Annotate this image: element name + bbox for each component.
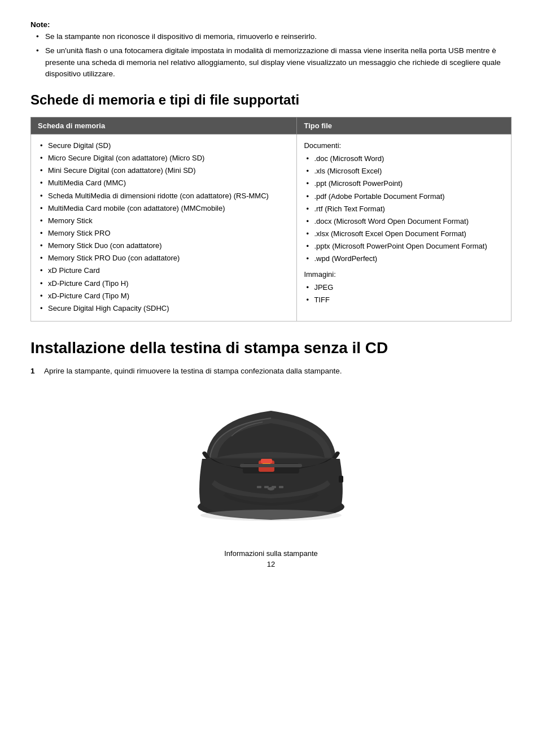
immagini-list: JPEG TIFF (304, 282, 504, 306)
memory-cards-cell: Secure Digital (SD) Micro Secure Digital… (31, 134, 297, 321)
note-item-2: Se un'unità flash o una fotocamera digit… (36, 45, 512, 80)
note-title: Note: (30, 20, 512, 29)
doc-8: .wpd (WordPerfect) (306, 253, 504, 264)
memory-card-11: xD-Picture Card (Tipo H) (40, 278, 290, 289)
svg-rect-9 (272, 486, 276, 488)
col-header-memory: Scheda di memoria (31, 118, 297, 134)
memory-card-1: Micro Secure Digital (con adattatore) (M… (40, 153, 290, 164)
svg-point-12 (200, 510, 342, 521)
doc-2: .ppt (Microsoft PowerPoint) (306, 178, 504, 189)
svg-rect-5 (240, 464, 302, 467)
memory-card-12: xD-Picture Card (Tipo M) (40, 290, 290, 302)
svg-rect-8 (264, 486, 269, 488)
step-1-number: 1 (30, 367, 40, 375)
memory-card-9: Memory Stick PRO Duo (con adattatore) (40, 253, 290, 264)
doc-0: .doc (Microsoft Word) (306, 153, 504, 164)
svg-rect-11 (339, 476, 343, 483)
img-1: TIFF (306, 294, 504, 306)
memory-table: Scheda di memoria Tipo file Secure Digit… (30, 117, 512, 321)
footer-page: 12 (30, 560, 512, 568)
doc-4: .rtf (Rich Text Format) (306, 203, 504, 215)
note-section: Note: Se la stampante non riconosce il d… (30, 20, 512, 80)
footer: Informazioni sulla stampante 12 (30, 549, 512, 568)
doc-6: .xlsx (Microsoft Excel Open Document For… (306, 228, 504, 240)
svg-rect-3 (261, 459, 272, 463)
memory-card-6: Memory Stick (40, 215, 290, 227)
memory-card-7: Memory Stick PRO (40, 228, 290, 239)
memory-card-0: Secure Digital (SD) (40, 140, 290, 151)
doc-5: .docx (Microsoft Word Open Document Form… (306, 216, 504, 227)
doc-1: .xls (Microsoft Excel) (306, 166, 504, 177)
memory-card-5: MultiMedia Card mobile (con adattatore) … (40, 203, 290, 214)
note-item-1: Se la stampante non riconosce il disposi… (36, 31, 512, 42)
footer-text: Informazioni sulla stampante (30, 549, 512, 558)
install-heading: Installazione della testina di stampa se… (30, 338, 512, 358)
printer-illustration (175, 385, 367, 532)
step-1: 1 Aprire la stampante, quindi rimuovere … (30, 367, 512, 375)
documenti-list: .doc (Microsoft Word) .xls (Microsoft Ex… (304, 153, 504, 264)
memory-cards-list: Secure Digital (SD) Micro Secure Digital… (38, 140, 290, 314)
immagini-label: Immagini: (304, 269, 504, 280)
install-section: Installazione della testina di stampa se… (30, 338, 512, 532)
doc-3: .pdf (Adobe Portable Document Format) (306, 191, 504, 202)
step-1-text: Aprire la stampante, quindi rimuovere la… (44, 367, 342, 375)
img-0: JPEG (306, 282, 504, 293)
memory-section: Schede di memoria e tipi di file support… (30, 92, 512, 321)
note-list: Se la stampante non riconosce il disposi… (30, 31, 512, 80)
memory-card-4: Scheda MultiMedia di dimensioni ridotte … (40, 190, 290, 202)
memory-card-8: Memory Stick Duo (con adattatore) (40, 240, 290, 251)
svg-rect-7 (257, 486, 261, 488)
memory-section-heading: Schede di memoria e tipi di file support… (30, 92, 512, 108)
file-types-cell: Documenti: .doc (Microsoft Word) .xls (M… (297, 134, 512, 321)
memory-card-10: xD Picture Card (40, 265, 290, 276)
doc-7: .pptx (Microsoft PowerPoint Open Documen… (306, 241, 504, 252)
memory-card-3: MultiMedia Card (MMC) (40, 177, 290, 189)
col-header-filetype: Tipo file (297, 118, 512, 134)
memory-card-13: Secure Digital High Capacity (SDHC) (40, 303, 290, 314)
printer-image-container (30, 385, 512, 532)
svg-rect-10 (279, 486, 283, 488)
documenti-label: Documenti: (304, 140, 504, 151)
memory-card-2: Mini Secure Digital (con adattatore) (Mi… (40, 165, 290, 176)
